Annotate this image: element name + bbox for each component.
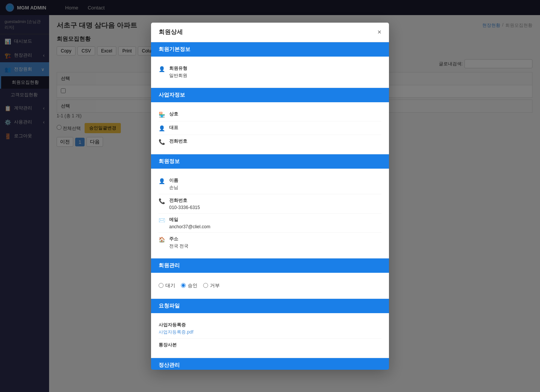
section-files-header: 요청파일 [151, 299, 389, 313]
field-phone: 📞 전화번호 010-3336-6315 [159, 194, 381, 214]
field-biz-phone: 📞 전화번호 [159, 135, 381, 148]
section-files-body: 사업자등록증 사업자등록증.pdf 통장사본 [151, 313, 389, 358]
field-name: 👤 이름 손님 [159, 174, 381, 194]
phone-value: 010-3336-6315 [169, 205, 200, 210]
status-approve-radio[interactable] [181, 283, 186, 288]
section-settlement-header: 정산관리 [151, 358, 389, 370]
section-basic-info-header: 회원기본정보 [151, 42, 389, 57]
field-business-name: 🏪 상호 [159, 108, 381, 121]
field-bank-copy: 통장사본 [159, 339, 381, 352]
name-icon: 👤 [159, 178, 165, 184]
section-business-info-header: 사업자정보 [151, 88, 389, 102]
section-member-mgmt-header: 회원관리 [151, 258, 389, 273]
status-approve-label: 승인 [188, 282, 197, 289]
phone-icon: 📞 [159, 198, 165, 204]
section-basic-info-body: 👤 회원유형 일반회원 [151, 57, 389, 88]
status-reject-label: 거부 [210, 282, 220, 289]
section-member-mgmt-body: 대기 승인 거부 [151, 273, 389, 299]
member-type-label: 회원유형 [169, 65, 381, 72]
address-icon: 🏠 [159, 237, 165, 243]
status-reject-radio[interactable] [203, 283, 208, 288]
modal-title: 회원상세 [159, 28, 183, 36]
field-representative: 👤 대표 [159, 121, 381, 135]
name-label: 이름 [169, 177, 381, 184]
field-member-type: 👤 회원유형 일반회원 [159, 62, 381, 82]
name-value: 손님 [169, 185, 178, 190]
email-icon: ✉️ [159, 217, 165, 223]
email-label: 메일 [169, 217, 381, 223]
business-name-icon: 🏪 [159, 112, 165, 118]
status-approve-option[interactable]: 승인 [181, 282, 197, 289]
representative-label: 대표 [169, 125, 381, 131]
business-cert-label: 사업자등록증 [159, 322, 381, 328]
biz-phone-icon: 📞 [159, 139, 165, 145]
member-type-value: 일반회원 [169, 73, 187, 78]
representative-icon: 👤 [159, 125, 165, 131]
phone-label: 전화번호 [169, 197, 381, 204]
section-member-info-header: 회원정보 [151, 154, 389, 169]
address-value: 전국 전국 [169, 243, 188, 249]
email-value: anchor37@cliel.com [169, 224, 210, 229]
bank-copy-label: 통장사본 [159, 342, 381, 348]
section-member-info-body: 👤 이름 손님 📞 전화번호 010-3336-6315 ✉️ [151, 169, 389, 258]
status-wait-radio[interactable] [159, 283, 164, 288]
member-detail-modal: 회원상세 × 회원기본정보 👤 회원유형 일반회원 사업자정보 🏪 [151, 23, 389, 370]
section-business-info-body: 🏪 상호 👤 대표 📞 전화번호 [151, 102, 389, 154]
business-cert-file-link[interactable]: 사업자등록증.pdf [159, 329, 193, 335]
field-email: ✉️ 메일 anchor37@cliel.com [159, 214, 381, 233]
member-type-icon: 👤 [159, 66, 165, 72]
modal-overlay: 회원상세 × 회원기본정보 👤 회원유형 일반회원 사업자정보 🏪 [0, 0, 540, 392]
modal-header: 회원상세 × [151, 23, 389, 42]
status-radio-group: 대기 승인 거부 [159, 278, 381, 293]
modal-close-x-button[interactable]: × [377, 29, 381, 35]
field-business-cert: 사업자등록증 사업자등록증.pdf [159, 319, 381, 339]
status-wait-label: 대기 [165, 282, 175, 289]
field-address: 🏠 주소 전국 전국 [159, 233, 381, 252]
status-reject-option[interactable]: 거부 [203, 282, 220, 289]
status-wait-option[interactable]: 대기 [159, 282, 175, 289]
modal-body: 회원기본정보 👤 회원유형 일반회원 사업자정보 🏪 상호 [151, 42, 389, 370]
business-name-label: 상호 [169, 111, 381, 117]
biz-phone-label: 전화번호 [169, 138, 381, 145]
address-label: 주소 [169, 236, 381, 242]
